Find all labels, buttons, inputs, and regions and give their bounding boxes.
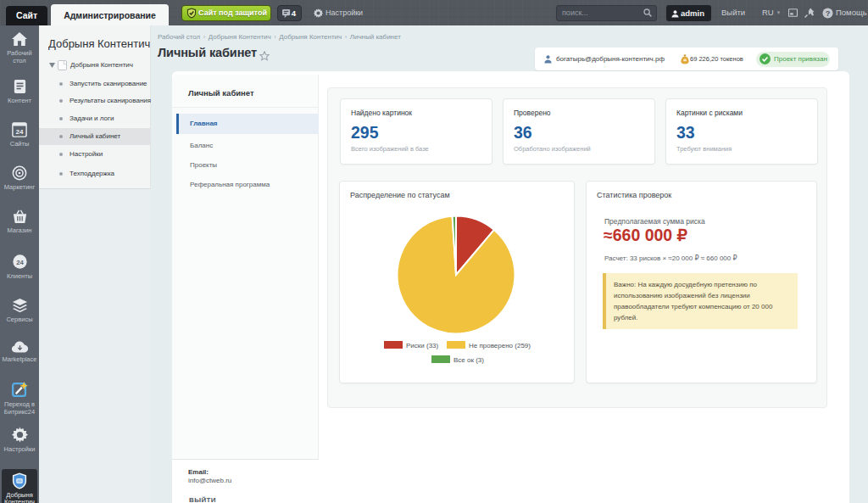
- svg-text:24: 24: [16, 259, 24, 266]
- svg-text:24: 24: [16, 128, 24, 136]
- svg-text:?: ?: [826, 9, 831, 18]
